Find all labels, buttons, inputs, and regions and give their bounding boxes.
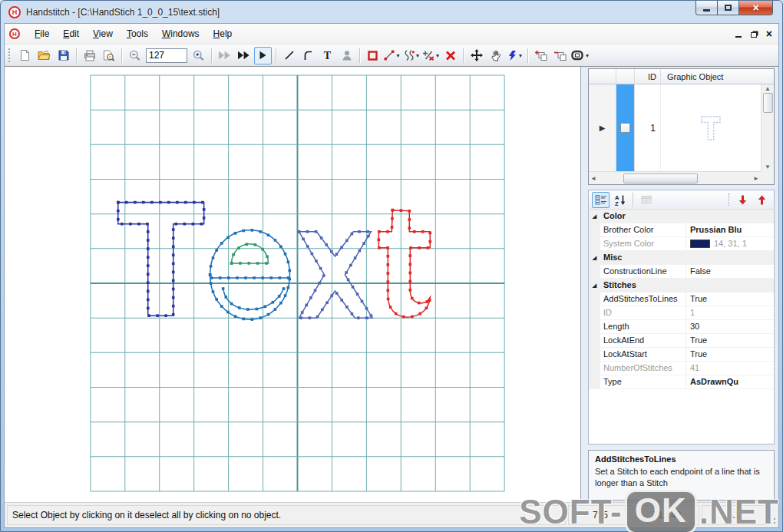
property-row-id[interactable]: ID1 bbox=[589, 306, 774, 320]
property-category-color[interactable]: ◢Color bbox=[589, 210, 774, 223]
menu-file[interactable]: File bbox=[28, 26, 56, 41]
letter-T[interactable] bbox=[117, 201, 205, 317]
letter-x[interactable] bbox=[298, 230, 373, 319]
scroll-down-icon[interactable]: ▼ bbox=[765, 164, 771, 170]
panel-splitter[interactable] bbox=[581, 67, 588, 502]
menu-view[interactable]: View bbox=[86, 26, 120, 41]
property-value[interactable]: False bbox=[686, 265, 774, 278]
property-value[interactable]: True bbox=[686, 348, 774, 361]
property-value[interactable]: True bbox=[686, 334, 774, 347]
print-preview-icon bbox=[103, 50, 115, 61]
close-icon: × bbox=[752, 2, 758, 13]
person-tool-button[interactable] bbox=[338, 47, 355, 64]
snap-tool-button[interactable]: ▾ bbox=[506, 47, 524, 64]
move-up-button[interactable] bbox=[753, 192, 771, 208]
letter-t[interactable] bbox=[378, 209, 432, 319]
dropdown-arrow-icon[interactable]: ▾ bbox=[396, 52, 399, 59]
property-category-misc[interactable]: ◢Misc bbox=[589, 251, 774, 265]
property-row-constructionline[interactable]: ConstructionLineFalse bbox=[589, 265, 774, 279]
stitch-line-tool-button[interactable]: ▾ bbox=[383, 47, 401, 64]
property-value[interactable]: 30 bbox=[686, 320, 774, 333]
move-tool-button[interactable] bbox=[467, 47, 485, 64]
save-file-button[interactable] bbox=[55, 47, 72, 64]
curve-tool-button[interactable] bbox=[299, 47, 317, 64]
drawing-canvas-svg[interactable] bbox=[5, 67, 580, 502]
status-bar: Select Object by clicking on it deselect… bbox=[5, 502, 778, 527]
dropdown-arrow-icon[interactable]: ▾ bbox=[519, 52, 522, 59]
vertical-scrollbar[interactable]: ▲ ▼ bbox=[761, 84, 774, 171]
property-row-brother-color[interactable]: Brother ColorPrussian Blu bbox=[589, 223, 774, 237]
object-grid-row[interactable]: ▶ 1 bbox=[589, 84, 761, 171]
scroll-right-icon[interactable]: ► bbox=[753, 175, 759, 182]
property-pages-button[interactable] bbox=[637, 192, 655, 208]
property-row-type[interactable]: TypeAsDrawnQu bbox=[589, 375, 774, 389]
horizontal-scroll-thumb[interactable] bbox=[623, 173, 698, 183]
property-value[interactable]: 1 bbox=[686, 306, 774, 319]
menu-edit[interactable]: Edit bbox=[56, 26, 86, 41]
design-canvas[interactable] bbox=[5, 67, 581, 502]
zoom-out-button[interactable] bbox=[126, 47, 144, 64]
id-column-header[interactable]: ID bbox=[635, 69, 661, 84]
categorized-view-button[interactable] bbox=[592, 192, 610, 208]
zoom-in-button[interactable] bbox=[190, 47, 207, 64]
dropdown-arrow-icon[interactable]: ▾ bbox=[416, 52, 419, 59]
resize-grip[interactable] bbox=[768, 505, 777, 525]
row-checkbox[interactable] bbox=[620, 123, 630, 133]
property-row-lockatstart[interactable]: LockAtStartTrue bbox=[589, 348, 774, 362]
property-label: ID bbox=[600, 306, 686, 319]
open-file-button[interactable] bbox=[35, 47, 53, 64]
play-button[interactable] bbox=[254, 47, 272, 64]
new-file-button[interactable] bbox=[16, 47, 34, 64]
property-row-length[interactable]: Length30 bbox=[589, 320, 774, 334]
scroll-left-icon[interactable]: ◄ bbox=[590, 175, 596, 182]
toolbar-grip[interactable] bbox=[8, 48, 12, 62]
menu-tools[interactable]: Tools bbox=[120, 26, 155, 41]
property-value[interactable]: True bbox=[686, 292, 774, 306]
close-button[interactable]: × bbox=[738, 1, 773, 15]
menu-windows[interactable]: Windows bbox=[155, 26, 206, 41]
scroll-up-icon[interactable]: ▲ bbox=[765, 85, 771, 92]
menu-help[interactable]: Help bbox=[206, 26, 240, 41]
vertical-scroll-thumb[interactable] bbox=[763, 93, 773, 113]
add-object-button[interactable] bbox=[532, 47, 550, 64]
property-row-addstitchestolines[interactable]: AddStitchesToLinesTrue bbox=[589, 292, 774, 306]
property-value[interactable]: AsDrawnQu bbox=[686, 375, 774, 388]
property-value[interactable]: 41 bbox=[686, 362, 774, 375]
collapse-triangle-icon[interactable]: ◢ bbox=[589, 251, 600, 264]
curve-stitch-tool-button[interactable]: ▾ bbox=[402, 47, 420, 64]
stitch-edit-tool-button[interactable]: ▾ bbox=[421, 47, 440, 64]
rectangle-tool-button[interactable] bbox=[364, 47, 382, 64]
property-row-system-color[interactable]: System Color14, 31, 1 bbox=[589, 237, 774, 251]
pan-tool-button[interactable] bbox=[487, 47, 504, 64]
minimize-button[interactable] bbox=[695, 1, 718, 15]
dropdown-arrow-icon[interactable]: ▾ bbox=[586, 52, 589, 59]
alphabetical-view-button[interactable]: AZ bbox=[611, 192, 629, 208]
remove-object-button[interactable] bbox=[551, 47, 569, 64]
property-value[interactable]: Prussian Blu bbox=[686, 223, 774, 236]
dropdown-arrow-icon[interactable]: ▾ bbox=[436, 52, 439, 59]
step-stitches-back-button[interactable] bbox=[216, 47, 233, 64]
delete-button[interactable] bbox=[441, 47, 459, 64]
text-tool-button[interactable]: T bbox=[319, 47, 336, 64]
move-down-button[interactable] bbox=[734, 192, 752, 208]
letter-e[interactable] bbox=[209, 229, 291, 321]
mdi-minimize-button[interactable] bbox=[735, 36, 742, 38]
property-row-lockatend[interactable]: LockAtEndTrue bbox=[589, 334, 774, 348]
property-value[interactable]: 14, 31, 1 bbox=[686, 237, 774, 250]
hoop-frame-button[interactable]: ▾ bbox=[570, 47, 590, 64]
step-stitches-forward-button[interactable] bbox=[235, 47, 253, 64]
mdi-close-button[interactable]: × bbox=[766, 28, 772, 39]
graphic-object-column-header[interactable]: Graphic Object bbox=[661, 69, 774, 84]
collapse-triangle-icon[interactable]: ◢ bbox=[589, 279, 600, 292]
property-row-numberofstitches[interactable]: NumberOfStitches41 bbox=[589, 362, 774, 375]
zoom-level-input[interactable] bbox=[146, 48, 187, 63]
title-bar: H Handstitch - [C:\HandStich 1_0_0_15\te… bbox=[4, 1, 779, 23]
print-button[interactable] bbox=[81, 47, 98, 64]
property-category-stitches[interactable]: ◢Stitches bbox=[589, 279, 774, 292]
collapse-triangle-icon[interactable]: ◢ bbox=[589, 210, 600, 223]
maximize-button[interactable] bbox=[717, 1, 739, 15]
line-tool-button[interactable] bbox=[280, 47, 298, 64]
mdi-restore-button[interactable] bbox=[751, 32, 757, 38]
horizontal-scrollbar[interactable]: ◄ ► bbox=[589, 171, 761, 184]
print-preview-button[interactable] bbox=[100, 47, 117, 64]
